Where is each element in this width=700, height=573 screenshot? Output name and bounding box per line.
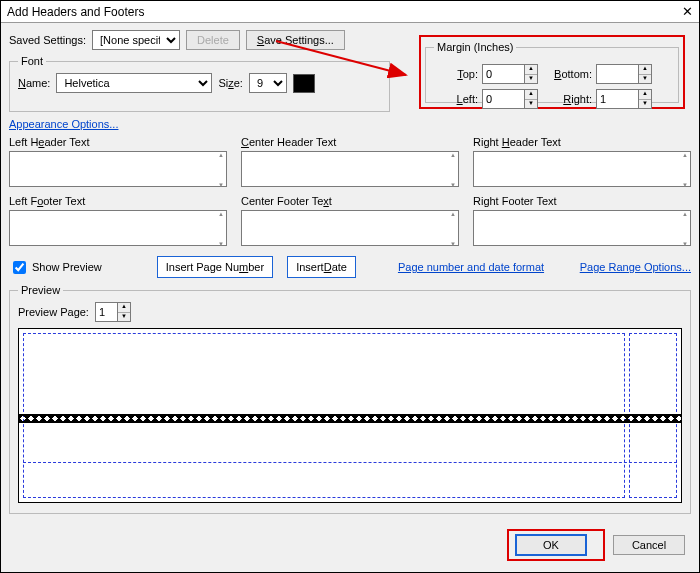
right-footer-text[interactable] [473,210,691,246]
footer-text-row: Left Footer Text ▲▼ Center Footer Text ▲… [9,195,691,248]
close-icon[interactable]: ✕ [682,4,693,19]
saved-settings-label: Saved Settings: [9,34,86,46]
center-header-label: Center Header Text [241,136,459,148]
font-legend: Font [18,55,46,67]
margin-top-label: Top: [444,68,478,80]
spin-up-icon: ▲ [525,65,537,75]
left-header-label: Left Header Text [9,136,227,148]
spin-down-icon: ▼ [525,75,537,84]
right-header-text[interactable] [473,151,691,187]
margin-legend: Margin (Inches) [434,41,516,53]
page-range-options-link[interactable]: Page Range Options... [580,261,691,273]
cancel-button[interactable]: Cancel [613,535,685,555]
preview-page-label: Preview Page: [18,306,89,318]
mid-row: Show Preview Insert Page Number Insert D… [9,256,691,278]
preview-group: Preview Preview Page: ▲▼ [9,284,691,514]
preview-page-input[interactable] [95,302,117,322]
saved-settings-select[interactable]: [None specified] [92,30,180,50]
page-number-date-format-link[interactable]: Page number and date format [398,261,544,273]
right-footer-label: Right Footer Text [473,195,691,207]
header-text-row: Left Header Text ▲▼ Center Header Text ▲… [9,136,691,189]
ok-highlight: OK [507,529,605,561]
center-footer-label: Center Footer Text [241,195,459,207]
margin-right-spinner[interactable]: ▲▼ [596,89,652,109]
page-content-graphic [19,414,681,423]
font-group: Font Name: Helvetica Size: 9 [9,55,390,112]
appearance-options-link[interactable]: Appearance Options... [9,118,118,130]
left-header-text[interactable] [9,151,227,187]
preview-page-spinner[interactable]: ▲▼ [95,302,131,322]
font-size-label: Size: [218,77,242,89]
right-header-label: Right Header Text [473,136,691,148]
center-header-text[interactable] [241,151,459,187]
window-title: Add Headers and Footers [7,5,144,19]
margin-top-input[interactable] [482,64,524,84]
margin-right-label: Right: [542,93,592,105]
insert-page-number-button[interactable]: Insert Page Number [157,256,273,278]
margin-right-input[interactable] [596,89,638,109]
margin-left-input[interactable] [482,89,524,109]
content: Saved Settings: [None specified] Delete … [1,23,699,521]
save-settings-button[interactable]: Save Settings... [246,30,345,50]
font-size-select[interactable]: 9 [249,73,287,93]
preview-canvas [18,328,682,503]
font-color-swatch[interactable] [293,74,315,93]
button-bar: OK Cancel [507,529,685,561]
left-footer-text[interactable] [9,210,227,246]
ok-button[interactable]: OK [515,534,587,556]
delete-button[interactable]: Delete [186,30,240,50]
bottom-margin-guide [23,462,677,498]
preview-legend: Preview [18,284,63,296]
margin-bottom-input[interactable] [596,64,638,84]
left-footer-label: Left Footer Text [9,195,227,207]
margin-bottom-label: Bottom: [542,68,592,80]
margin-group: Margin (Inches) Top: ▲▼ Bottom: ▲▼ Left: [425,41,679,103]
margin-left-label: Left: [444,93,478,105]
titlebar: Add Headers and Footers ✕ [1,1,699,23]
dialog-window: Add Headers and Footers ✕ Saved Settings… [0,0,700,573]
margin-highlight: Margin (Inches) Top: ▲▼ Bottom: ▲▼ Left: [419,35,685,109]
margin-bottom-spinner[interactable]: ▲▼ [596,64,652,84]
font-name-select[interactable]: Helvetica [56,73,212,93]
insert-date-button[interactable]: Insert Date [287,256,356,278]
center-footer-text[interactable] [241,210,459,246]
margin-left-spinner[interactable]: ▲▼ [482,89,538,109]
margin-top-spinner[interactable]: ▲▼ [482,64,538,84]
font-name-label: Name: [18,77,50,89]
show-preview-checkbox[interactable]: Show Preview [9,258,102,277]
